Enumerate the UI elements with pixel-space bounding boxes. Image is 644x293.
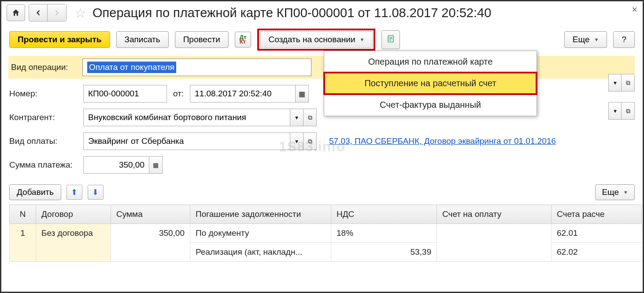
sum-input[interactable] — [83, 156, 149, 174]
chevron-down-icon: ▼ — [360, 37, 365, 42]
op-type-label: Вид операции: — [8, 62, 79, 72]
org-dropdown-button[interactable]: ▾ — [608, 74, 622, 92]
calculator-icon: ▦ — [153, 161, 159, 168]
save-button[interactable]: Записать — [116, 31, 169, 48]
from-label: от: — [173, 89, 184, 99]
chevron-down-icon: ▼ — [623, 190, 628, 195]
help-button[interactable]: ? — [613, 31, 635, 48]
pay-type-input[interactable] — [83, 132, 290, 150]
cell-contract: Без договора — [36, 224, 111, 262]
cell-vat2: 53,39 — [331, 243, 437, 262]
contragent-open-button[interactable]: ⧉ — [303, 109, 317, 126]
sum-label: Сумма платежа: — [9, 160, 80, 170]
calendar-icon: ▦ — [299, 90, 305, 98]
number-label: Номер: — [9, 89, 80, 99]
op-type-input[interactable]: Оплата от покупателя — [82, 59, 311, 76]
number-input[interactable] — [83, 85, 167, 103]
post-button[interactable]: Провести — [175, 31, 229, 48]
dtkt-icon: ДтКт — [240, 35, 247, 44]
col-vat[interactable]: НДС — [331, 205, 437, 224]
col-repay[interactable]: Погашение задолженности — [190, 205, 331, 224]
cell-invoice — [437, 224, 551, 262]
structure-button[interactable] — [381, 30, 400, 49]
calculator-button[interactable]: ▦ — [149, 156, 163, 174]
pay-type-label: Вид оплаты: — [9, 136, 80, 146]
col-n[interactable]: N — [10, 205, 36, 224]
close-icon[interactable]: × — [632, 4, 637, 15]
cell-account1: 62.01 — [551, 224, 642, 243]
cell-sum: 350,00 — [111, 224, 190, 262]
table-row[interactable]: 1 Без договора 350,00 По документу 18% 6… — [10, 224, 642, 243]
back-button[interactable] — [29, 4, 48, 21]
move-up-button[interactable]: ⬆ — [67, 185, 82, 200]
contragent-input[interactable] — [83, 109, 290, 126]
more-button[interactable]: Еще ▼ — [564, 31, 607, 48]
menu-item-card-operation[interactable]: Операция по платежной карте — [324, 51, 537, 73]
calendar-button[interactable]: ▦ — [296, 85, 309, 103]
bank-dropdown-button[interactable]: ▾ — [608, 102, 622, 120]
move-down-button[interactable]: ⬇ — [88, 185, 104, 200]
cell-vat: 18% — [331, 224, 437, 243]
col-accounts[interactable]: Счета расче — [551, 205, 642, 224]
watermark: 1S83.info — [279, 139, 345, 155]
page-title: Операция по платежной карте КП00-000001 … — [93, 6, 491, 20]
contragent-label: Контрагент: — [9, 113, 80, 122]
contragent-dropdown-button[interactable]: ▾ — [290, 109, 303, 126]
table-more-button[interactable]: Еще ▼ — [595, 184, 635, 200]
col-sum[interactable]: Сумма — [111, 205, 190, 224]
org-open-button[interactable]: ⧉ — [622, 74, 635, 92]
menu-item-bank-receipt[interactable]: Поступление на расчетный счет — [324, 73, 537, 94]
cell-repay2: Реализация (акт, накладн... — [190, 243, 331, 262]
cell-repay: По документу — [190, 224, 331, 243]
home-button[interactable] — [7, 4, 25, 21]
cell-n: 1 — [10, 224, 36, 262]
col-invoice[interactable]: Счет на оплату — [437, 205, 551, 224]
chevron-down-icon: ▼ — [594, 37, 599, 42]
menu-item-invoice-issued[interactable]: Счет-фактура выданный — [324, 94, 537, 116]
col-contract[interactable]: Договор — [36, 205, 111, 224]
dtkt-button[interactable]: ДтКт — [235, 32, 252, 48]
forward-button[interactable] — [48, 4, 66, 21]
favorite-icon[interactable]: ☆ — [74, 5, 86, 21]
post-and-close-button[interactable]: Провести и закрыть — [9, 31, 110, 48]
document-icon — [386, 34, 395, 46]
add-row-button[interactable]: Добавить — [9, 184, 61, 200]
create-on-basis-menu: Операция по платежной карте Поступление … — [324, 51, 537, 116]
acquiring-link[interactable]: 57.03, ПАО СБЕРБАНК, Договор эквайринга … — [329, 136, 556, 146]
cell-account2: 62.02 — [551, 243, 642, 262]
date-input[interactable] — [190, 85, 296, 103]
create-on-basis-button[interactable]: Создать на основании ▼ — [260, 31, 373, 48]
payments-table: N Договор Сумма Погашение задолженности … — [9, 205, 642, 262]
bank-open-button[interactable]: ⧉ — [622, 102, 635, 120]
